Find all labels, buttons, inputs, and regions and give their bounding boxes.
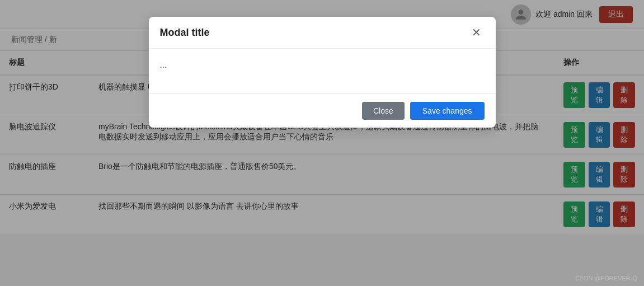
watermark: CSDN @FOREVER-Q (575, 275, 637, 282)
modal-overlay: Modal title ✕ ... Close Save changes (0, 0, 644, 286)
modal-title: Modal title (160, 27, 210, 39)
modal-save-button[interactable]: Save changes (410, 102, 485, 120)
modal-body-text: ... (160, 60, 167, 69)
modal-header: Modal title ✕ (149, 17, 496, 49)
modal-close-x-button[interactable]: ✕ (468, 26, 485, 39)
modal-dialog: Modal title ✕ ... Close Save changes (149, 17, 496, 128)
modal-close-button[interactable]: Close (362, 102, 405, 120)
modal-footer: Close Save changes (149, 93, 496, 128)
modal-body: ... (149, 49, 496, 93)
